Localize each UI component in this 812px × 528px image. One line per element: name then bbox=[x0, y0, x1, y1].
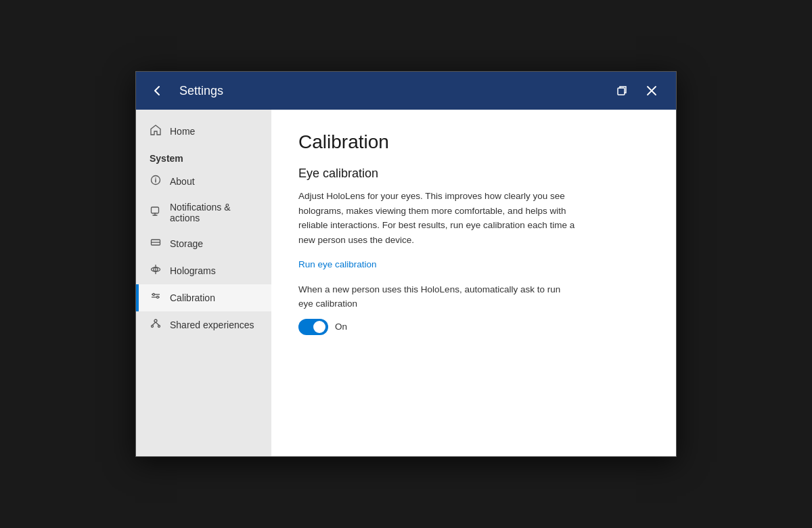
sidebar-item-about-label: About bbox=[170, 176, 195, 187]
home-icon bbox=[150, 125, 162, 138]
svg-point-2 bbox=[155, 177, 156, 179]
svg-point-14 bbox=[152, 326, 154, 328]
restore-button[interactable] bbox=[608, 77, 635, 104]
storage-icon bbox=[150, 237, 162, 250]
toggle-thumb bbox=[313, 321, 325, 333]
notifications-icon bbox=[150, 206, 162, 219]
close-button[interactable] bbox=[638, 77, 665, 104]
toggle-state-label: On bbox=[335, 322, 347, 332]
svg-point-12 bbox=[157, 296, 159, 299]
window-body: Home System About bbox=[136, 110, 676, 456]
toggle-container: When a new person uses this HoloLens, au… bbox=[298, 283, 649, 335]
sidebar-item-shared[interactable]: Shared experiences bbox=[136, 311, 271, 338]
svg-point-13 bbox=[154, 320, 157, 322]
info-icon bbox=[150, 175, 162, 188]
main-content: Calibration Eye calibration Adjust HoloL… bbox=[271, 110, 676, 456]
run-calibration-link[interactable]: Run eye calibration bbox=[298, 259, 377, 269]
sidebar-item-holograms-label: Holograms bbox=[170, 265, 216, 276]
holograms-icon bbox=[150, 264, 162, 278]
sidebar-item-shared-label: Shared experiences bbox=[170, 320, 254, 330]
sidebar-item-home-label: Home bbox=[170, 126, 195, 137]
titlebar-title: Settings bbox=[179, 84, 608, 98]
window-controls bbox=[608, 77, 665, 104]
svg-rect-3 bbox=[152, 207, 159, 213]
sidebar-item-about[interactable]: About bbox=[136, 168, 271, 195]
sidebar-item-home[interactable]: Home bbox=[136, 118, 271, 145]
sidebar-item-storage[interactable]: Storage bbox=[136, 230, 271, 257]
svg-point-11 bbox=[153, 294, 155, 296]
sidebar-item-storage-label: Storage bbox=[170, 238, 203, 249]
sidebar-item-notifications[interactable]: Notifications & actions bbox=[136, 195, 271, 230]
shared-icon bbox=[150, 318, 162, 332]
sidebar-item-calibration[interactable]: Calibration bbox=[136, 284, 271, 311]
svg-rect-0 bbox=[618, 88, 625, 95]
sidebar-section-system: System bbox=[136, 145, 271, 168]
page-title: Calibration bbox=[298, 131, 649, 153]
sidebar: Home System About bbox=[136, 110, 271, 456]
back-button[interactable] bbox=[147, 80, 168, 102]
toggle-row: On bbox=[298, 319, 649, 335]
section-title: Eye calibration bbox=[298, 167, 649, 181]
section-description: Adjust HoloLens for your eyes. This impr… bbox=[298, 189, 589, 247]
calibration-icon bbox=[150, 291, 162, 305]
svg-line-16 bbox=[152, 322, 156, 326]
sidebar-item-notifications-label: Notifications & actions bbox=[170, 202, 258, 223]
titlebar: Settings bbox=[136, 72, 676, 110]
toggle-label: When a new person uses this HoloLens, au… bbox=[298, 283, 569, 311]
auto-calibration-toggle[interactable] bbox=[298, 319, 328, 335]
svg-point-15 bbox=[158, 326, 160, 328]
svg-line-17 bbox=[156, 322, 159, 326]
settings-window: Settings bbox=[135, 71, 677, 457]
toggle-track bbox=[298, 319, 328, 335]
sidebar-item-calibration-label: Calibration bbox=[170, 292, 215, 303]
sidebar-item-holograms[interactable]: Holograms bbox=[136, 257, 271, 284]
